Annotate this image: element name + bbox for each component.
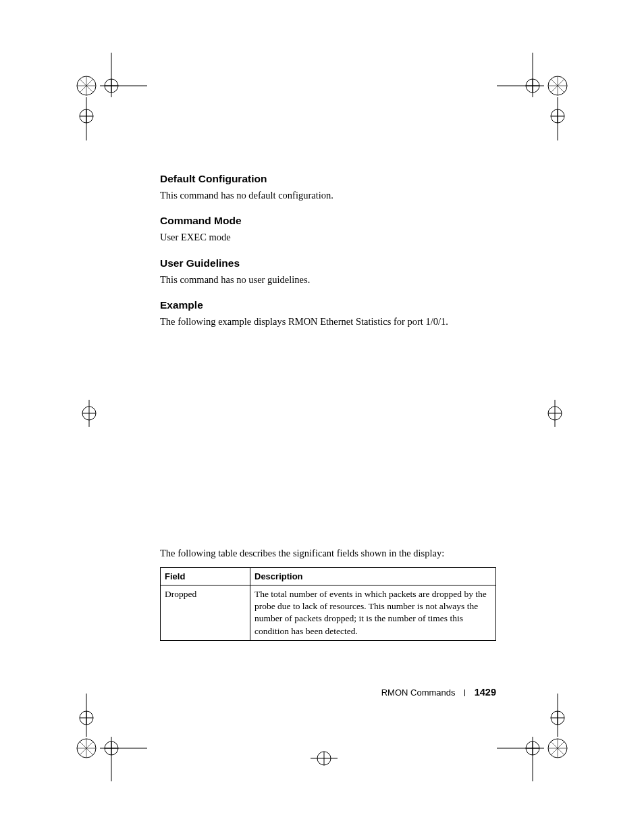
svg-point-30 — [105, 741, 118, 755]
crop-mark-icon — [66, 53, 147, 140]
svg-point-5 — [77, 76, 96, 95]
svg-point-2 — [105, 79, 118, 93]
svg-point-57 — [82, 407, 96, 420]
table-header-description: Description — [250, 567, 496, 585]
heading-command-mode: Command Mode — [160, 214, 498, 228]
paragraph: This command has no default configuratio… — [160, 189, 498, 203]
svg-point-11 — [80, 109, 93, 123]
paragraph: User EXEC mode — [160, 231, 498, 244]
svg-point-19 — [548, 76, 567, 95]
table-intro: The following table describes the signif… — [160, 547, 498, 561]
footer-page-number: 1429 — [475, 687, 496, 698]
crop-mark-icon — [311, 745, 338, 772]
svg-line-9 — [80, 79, 93, 93]
svg-point-63 — [317, 752, 331, 765]
heading-default-configuration: Default Configuration — [160, 172, 498, 186]
crop-mark-icon — [497, 53, 578, 140]
page: Default Configuration This command has n… — [0, 0, 644, 834]
table-cell-description: The total number of events in which pack… — [250, 585, 496, 641]
crop-mark-icon — [541, 400, 568, 427]
table-header-field: Field — [161, 567, 250, 585]
table-cell-field: Dropped — [161, 585, 250, 641]
heading-user-guidelines: User Guidelines — [160, 257, 498, 271]
paragraph: The following example displays RMON Ethe… — [160, 315, 498, 329]
crop-mark-icon — [76, 400, 103, 427]
svg-line-51 — [551, 741, 564, 755]
paragraph: This command has no user guidelines. — [160, 273, 498, 287]
svg-point-44 — [526, 741, 539, 755]
heading-example: Example — [160, 298, 498, 313]
svg-point-25 — [551, 109, 564, 123]
svg-line-36 — [80, 741, 93, 755]
svg-point-39 — [80, 711, 93, 725]
svg-point-60 — [548, 407, 562, 420]
table-row: Dropped The total number of events in wh… — [161, 585, 496, 641]
table-header-row: Field Description — [161, 567, 496, 585]
footer-separator — [464, 689, 465, 696]
svg-line-23 — [551, 79, 564, 93]
svg-point-47 — [548, 739, 567, 758]
crop-mark-icon — [66, 694, 147, 781]
svg-point-33 — [77, 739, 96, 758]
svg-line-8 — [80, 79, 93, 93]
fields-table: Field Description Dropped The total numb… — [160, 567, 496, 641]
example-output-placeholder — [160, 341, 498, 547]
svg-point-53 — [551, 711, 564, 725]
svg-point-16 — [526, 79, 539, 93]
page-footer: RMON Commands 1429 — [0, 686, 496, 700]
svg-line-22 — [551, 79, 564, 93]
footer-section: RMON Commands — [381, 687, 456, 698]
body-content: Default Configuration This command has n… — [160, 172, 498, 641]
crop-mark-icon — [497, 694, 578, 781]
svg-line-37 — [80, 741, 93, 755]
svg-line-50 — [551, 741, 564, 755]
